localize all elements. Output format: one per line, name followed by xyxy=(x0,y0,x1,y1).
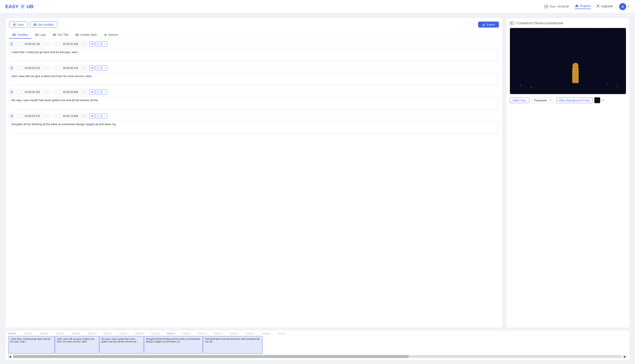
dash-4: - xyxy=(51,114,52,118)
subtitle-text-2[interactable]: wish i was still not give a damn but how… xyxy=(9,72,498,85)
start-time-3[interactable] xyxy=(22,90,44,94)
video-controls-row: Video Size: Facebook YouTube Instagram T… xyxy=(510,97,626,103)
refresh-btn-2[interactable]: ↻ xyxy=(90,66,95,71)
tab-subtitles[interactable]: Subtitles xyxy=(9,31,32,38)
get-subtitles-button[interactable]: Get subtitles xyxy=(30,21,58,28)
end-minus-3[interactable]: − xyxy=(54,90,59,94)
end-time-3[interactable] xyxy=(60,90,82,94)
add-btn-2[interactable]: + xyxy=(96,66,101,71)
scroll-track[interactable] xyxy=(13,355,622,358)
left-panel: Save Get subtitles Export Subtitles xyxy=(5,18,503,328)
tick-3: 00:00:03 xyxy=(56,332,72,335)
add-btn-1[interactable]: + xyxy=(96,42,101,47)
style-icon xyxy=(76,33,79,36)
tick-12: 00:00:12 xyxy=(199,332,215,335)
remove-btn-4[interactable]: − xyxy=(102,114,107,119)
video-bg xyxy=(510,28,626,94)
subtitle-row-1: 1 − + - − + ↻ xyxy=(9,42,498,47)
nav-projects[interactable]: Projects xyxy=(575,4,591,9)
tab-logo-label: Logo xyxy=(40,33,46,36)
panels-row: Save Get subtitles Export Subtitles xyxy=(0,13,635,330)
scroll-left-btn[interactable]: ◀ xyxy=(8,355,12,358)
add-btn-4[interactable]: + xyxy=(96,114,101,119)
svg-point-18 xyxy=(606,84,607,85)
nav-upgrade[interactable]: Upgrade xyxy=(596,4,613,9)
tab-options-label: Options xyxy=(108,33,118,36)
end-time-2[interactable] xyxy=(60,66,82,70)
start-time-1[interactable] xyxy=(22,42,44,46)
main-wrapper: Save Get subtitles Export Subtitles xyxy=(0,13,635,364)
refresh-btn-4[interactable]: ↻ xyxy=(90,114,95,119)
start-minus-1[interactable]: − xyxy=(16,42,21,46)
track-block-4[interactable]: thoughts all the thinking all the parts … xyxy=(144,336,202,354)
end-minus-4[interactable]: − xyxy=(54,114,59,118)
subtitle-text-1[interactable]: i wish that i could just go back and be … xyxy=(9,48,498,61)
end-plus-3[interactable]: + xyxy=(83,90,87,94)
end-time-1[interactable] xyxy=(60,42,82,46)
start-time-2[interactable] xyxy=(22,66,44,70)
time-ctrl-start-2: − + xyxy=(16,66,49,70)
start-minus-3[interactable]: − xyxy=(16,90,21,94)
bg-color-row: Video Background Color: xyxy=(556,97,604,103)
svg-point-17 xyxy=(531,87,532,88)
time-ctrl-end-4: − + xyxy=(54,114,87,118)
toolbar: Save Get subtitles Export xyxy=(9,21,499,28)
export-button[interactable]: Export xyxy=(478,22,499,28)
subtitle-row-4: 4 − + - − + ↻ xyxy=(9,114,498,119)
scroll-right-btn[interactable]: ▶ xyxy=(623,355,627,358)
end-plus-1[interactable]: + xyxy=(83,42,87,46)
avatar: S xyxy=(619,3,626,10)
remove-btn-3[interactable]: − xyxy=(102,90,107,95)
subtitle-text-3[interactable]: the way i saw myself had never gotten lo… xyxy=(9,96,498,109)
avatar-menu[interactable]: S xyxy=(619,3,630,10)
start-minus-4[interactable]: − xyxy=(16,114,21,118)
save-button[interactable]: Save xyxy=(9,21,28,28)
subtitle-text-4[interactable]: thoughts all the thinking all the parts … xyxy=(9,120,498,133)
start-plus-3[interactable]: + xyxy=(44,90,49,94)
gear-icon xyxy=(104,33,107,36)
bg-color-swatch[interactable] xyxy=(594,97,600,103)
tab-logo[interactable]: Logo xyxy=(32,31,49,38)
add-btn-3[interactable]: + xyxy=(96,90,101,95)
time-ctrl-start-3: − + xyxy=(16,90,49,94)
header-nav: Projects Upgrade xyxy=(575,4,613,9)
start-minus-2[interactable]: − xyxy=(16,66,21,70)
tick-5: 00:00:05 xyxy=(88,332,103,335)
start-plus-1[interactable]: + xyxy=(44,42,49,46)
end-minus-2[interactable]: − xyxy=(54,66,59,70)
start-plus-2[interactable]: + xyxy=(44,66,49,70)
refresh-btn-1[interactable]: ↻ xyxy=(90,42,95,47)
tab-text-title-label: Text Title xyxy=(57,33,69,36)
end-time-4[interactable] xyxy=(60,114,82,118)
end-plus-4[interactable]: + xyxy=(83,114,87,118)
track-block-3[interactable]: the way i saw myself had never gotten lo… xyxy=(100,336,144,354)
tick-2: 00:00:02 xyxy=(40,332,56,335)
timeline-ruler: 00:00:00 00:00:01 00:00:02 00:00:03 00:0… xyxy=(8,332,627,335)
start-time-4[interactable] xyxy=(22,114,44,118)
remove-btn-1[interactable]: − xyxy=(102,42,107,47)
dash-2: - xyxy=(51,66,52,70)
tabs: Subtitles Logo Text Title Subtitle Style… xyxy=(9,31,499,39)
list-icon xyxy=(13,33,16,36)
end-plus-2[interactable]: + xyxy=(83,66,87,70)
start-plus-4[interactable]: + xyxy=(44,114,49,118)
tab-subtitle-style[interactable]: Subtitle Style xyxy=(72,31,100,38)
video-preview xyxy=(510,28,626,94)
dash-3: - xyxy=(51,90,52,94)
tab-subtitles-label: Subtitles xyxy=(17,33,28,36)
video-size-label: Video Size: xyxy=(510,98,529,103)
end-minus-1[interactable]: − xyxy=(54,42,59,46)
tab-text-title[interactable]: Text Title xyxy=(49,31,72,38)
svg-rect-14 xyxy=(572,68,578,83)
video-size-select[interactable]: Facebook YouTube Instagram Twitter Custo… xyxy=(532,98,554,103)
tick-13: 00:00:13 xyxy=(215,332,231,335)
remove-btn-2[interactable]: − xyxy=(102,66,107,71)
track-block-1[interactable]: i wish that i could just go back and be … xyxy=(8,336,55,354)
video-file-icon xyxy=(510,21,513,25)
track-block-5[interactable]: thousand block and because the mall some… xyxy=(203,336,263,354)
tick-1: 00:00:01 xyxy=(24,332,40,335)
track-block-2[interactable]: wish i was still not give a damn but how… xyxy=(55,336,99,354)
tick-9: 00:00:09 xyxy=(151,332,167,335)
tab-options[interactable]: Options xyxy=(100,31,122,38)
refresh-btn-3[interactable]: ↻ xyxy=(90,90,95,95)
